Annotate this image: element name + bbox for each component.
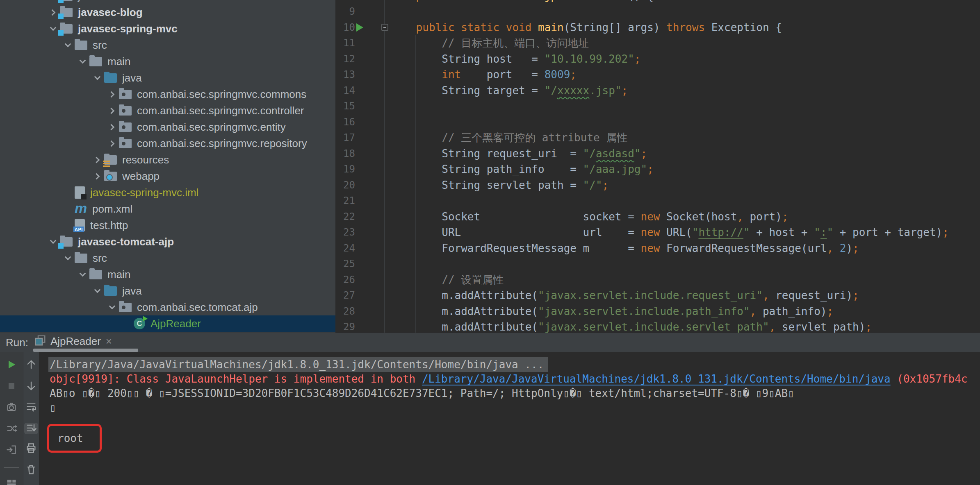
restart-button[interactable] [5, 423, 18, 434]
tree-item-pom-xml[interactable]: pom.xml [0, 201, 335, 217]
print-button[interactable] [25, 442, 37, 454]
tree-item-java[interactable]: java [0, 70, 335, 86]
code-editor[interactable]: 8 public static void ajpForwardTest() {9… [335, 0, 980, 333]
tree-item-javasec-blog[interactable]: javasec-blog [0, 4, 335, 20]
tree-item-label: javasec-tomcat-ajp [78, 236, 174, 248]
run-tab-ajpreader[interactable]: AjpReader × [34, 333, 112, 349]
thread-dump-button[interactable] [5, 401, 18, 413]
chevron-right-icon[interactable] [108, 107, 114, 114]
tree-item-javasec-tomcat-ajp[interactable]: javasec-tomcat-ajp [0, 233, 335, 250]
code-line-27[interactable]: 27 m.addAttribute("javax.servlet.include… [335, 288, 980, 304]
chevron-down-icon[interactable] [94, 287, 100, 293]
code-line-22[interactable]: 22 Socket socket = new Socket(host, port… [335, 209, 980, 225]
code-line-17[interactable]: 17 // 三个黑客可控的 attribute 属性 [335, 130, 980, 146]
gutter [355, 240, 384, 256]
chevron-slot[interactable] [61, 44, 75, 46]
code-line-13[interactable]: 13 int port = 8009; [335, 67, 980, 83]
stop-button[interactable] [5, 380, 18, 392]
console-output[interactable]: /Library/Java/JavaVirtualMachines/jdk1.8… [39, 352, 980, 485]
code-line-8[interactable]: 8 public static void ajpForwardTest() { [335, 0, 980, 4]
chevron-slot[interactable] [105, 141, 119, 146]
up-icon [25, 359, 37, 370]
tree-item-label: com.anbai.sec.springmvc.controller [137, 104, 304, 117]
run-line-icon[interactable] [356, 23, 363, 32]
console-hyperlink[interactable]: /Library/Java/JavaVirtualMachines/jdk1.8… [422, 373, 891, 385]
close-icon[interactable]: × [106, 335, 112, 348]
tree-item-ajpreader[interactable]: AjpReader [0, 315, 335, 332]
code-line-9[interactable]: 9 [335, 4, 980, 20]
chevron-slot[interactable] [90, 77, 104, 79]
chevron-down-icon[interactable] [94, 74, 100, 80]
code-line-29[interactable]: 29 m.addAttribute("javax.servlet.include… [335, 319, 980, 333]
exit-button[interactable] [5, 444, 18, 456]
tree-item-com-anbai-sec-springmvc-controller[interactable]: com.anbai.sec.springmvc.controller [0, 102, 335, 119]
down-button[interactable] [25, 380, 37, 392]
code-line-24[interactable]: 24 ForwardRequestMessage m = new Forward… [335, 240, 980, 256]
chevron-slot[interactable] [105, 109, 119, 113]
chevron-right-icon[interactable] [49, 9, 55, 16]
code-line-12[interactable]: 12 String host = "10.10.99.202"; [335, 51, 980, 67]
code-line-20[interactable]: 20 String servlet_path = "/"; [335, 177, 980, 193]
code-line-26[interactable]: 26 // 设置属性 [335, 272, 980, 288]
tree-item-javasec[interactable]: javasec [0, 0, 335, 4]
folder-icon [89, 270, 102, 279]
chevron-down-icon[interactable] [64, 254, 71, 261]
tree-item-label: java [122, 285, 142, 297]
tree-item-src[interactable]: src [0, 37, 335, 53]
tree-item-com-anbai-sec-springmvc-repository[interactable]: com.anbai.sec.springmvc.repository [0, 135, 335, 152]
chevron-down-icon[interactable] [109, 303, 115, 310]
tree-item-src[interactable]: src [0, 250, 335, 266]
code-line-23[interactable]: 23 URL url = new URL("http://" + host + … [335, 224, 980, 240]
code-line-25[interactable]: 25 [335, 256, 980, 272]
chevron-down-icon[interactable] [64, 41, 71, 48]
scroll-to-end-button[interactable] [24, 423, 38, 434]
tree-item-javasec-spring-mvc[interactable]: javasec-spring-mvc [0, 20, 335, 37]
chevron-slot[interactable] [90, 174, 104, 179]
code-line-14[interactable]: 14 String target = "/xxxxx.jsp"; [335, 83, 980, 99]
chevron-slot[interactable] [61, 257, 75, 259]
tree-item-com-anbai-sec-springmvc-entity[interactable]: com.anbai.sec.springmvc.entity [0, 119, 335, 135]
chevron-down-icon[interactable] [79, 270, 86, 277]
chevron-slot[interactable] [75, 273, 89, 276]
tree-item-javasec-spring-mvc-iml[interactable]: javasec-spring-mvc.iml [0, 184, 335, 201]
code-line-16[interactable]: 16 [335, 114, 980, 130]
tree-item-resources[interactable]: resources [0, 152, 335, 168]
line-number: 13 [335, 67, 355, 83]
chevron-right-icon[interactable] [108, 91, 114, 97]
tree-item-main[interactable]: main [0, 266, 335, 283]
tree-item-webapp[interactable]: webapp [0, 168, 335, 184]
chevron-slot[interactable] [75, 60, 89, 63]
chevron-slot[interactable] [105, 125, 119, 129]
chevron-right-icon[interactable] [93, 156, 100, 163]
up-button[interactable] [25, 359, 37, 370]
code-line-10[interactable]: 10 public static void main(String[] args… [335, 20, 980, 36]
tree-item-com-anbai-sec-tomcat-ajp[interactable]: com.anbai.sec.tomcat.ajp [0, 299, 335, 315]
tree-item-test-http[interactable]: test.http [0, 217, 335, 233]
chevron-right-icon[interactable] [108, 124, 114, 130]
code-text: Socket socket = new Socket(host, port); [384, 209, 789, 225]
code-line-28[interactable]: 28 m.addAttribute("javax.servlet.include… [335, 304, 980, 320]
chevron-right-icon[interactable] [108, 140, 114, 147]
code-line-19[interactable]: 19 String path_info = "/aaa.jpg"; [335, 161, 980, 177]
tree-item-com-anbai-sec-springmvc-commons[interactable]: com.anbai.sec.springmvc.commons [0, 86, 335, 102]
code-line-21[interactable]: 21 [335, 193, 980, 209]
rerun-button[interactable] [5, 359, 18, 370]
code-line-18[interactable]: 18 String request_uri = "/asdasd"; [335, 146, 980, 162]
chevron-down-icon[interactable] [50, 238, 56, 244]
code-line-11[interactable]: 11 // 目标主机、端口、访问地址 [335, 35, 980, 51]
chevron-slot[interactable] [105, 306, 119, 308]
java-folder-icon [104, 73, 117, 83]
soft-wrap-button[interactable] [25, 401, 37, 413]
fold-icon[interactable] [381, 24, 388, 31]
chevron-slot[interactable] [90, 158, 104, 162]
restore-layout-button[interactable] [5, 477, 18, 485]
chevron-down-icon[interactable] [50, 25, 56, 31]
chevron-right-icon[interactable] [93, 173, 100, 179]
chevron-slot[interactable] [105, 92, 119, 97]
chevron-down-icon[interactable] [79, 57, 86, 64]
tree-item-main[interactable]: main [0, 53, 335, 70]
tree-item-java[interactable]: java [0, 283, 335, 299]
chevron-slot[interactable] [90, 290, 104, 292]
clear-all-button[interactable] [25, 464, 37, 475]
code-line-15[interactable]: 15 [335, 98, 980, 114]
